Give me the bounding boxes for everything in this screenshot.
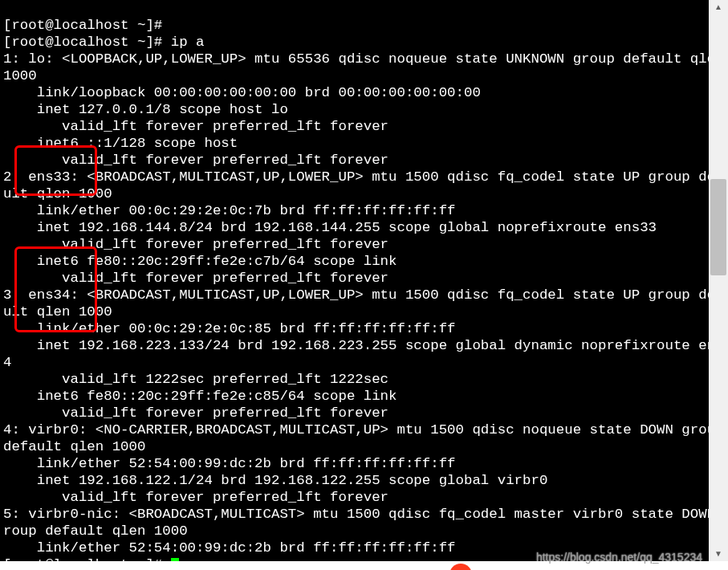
output-line: inet6 fe80::20c:29ff:fe2e:c85/64 scope l… — [3, 389, 405, 404]
output-line: inet 192.168.223.133/24 brd 192.168.223.… — [3, 338, 728, 353]
scrollbar[interactable]: ▲ ▼ — [709, 0, 728, 561]
output-line: link/loopback 00:00:00:00:00:00 brd 00:0… — [3, 85, 481, 100]
output-line: inet 192.168.122.1/24 brd 192.168.122.25… — [3, 473, 547, 488]
output-line: 3: ens34: <BROADCAST,MULTICAST,UP,LOWER_… — [3, 287, 728, 303]
output-line: 4: virbr0: <NO-CARRIER,BROADCAST,MULTICA… — [3, 422, 728, 438]
output-line: inet6 ::1/128 scope host — [3, 136, 246, 151]
output-line: link/ether 00:0c:29:2e:0c:85 brd ff:ff:f… — [3, 321, 456, 336]
terminal-window[interactable]: [root@localhost ~]# [root@localhost ~]# … — [0, 0, 709, 561]
output-line: link/ether 00:0c:29:2e:0c:7b brd ff:ff:f… — [3, 203, 456, 218]
scroll-down-button[interactable]: ▼ — [709, 547, 728, 561]
output-line: 4 — [3, 355, 11, 370]
output-line: link/ether 52:54:00:99:dc:2b brd ff:ff:f… — [3, 456, 456, 471]
output-line: valid_lft forever preferred_lft forever — [3, 490, 388, 505]
output-line: link/ether 52:54:00:99:dc:2b brd ff:ff:f… — [3, 540, 456, 556]
output-line: inet 127.0.0.1/8 scope host lo — [3, 102, 288, 117]
output-line: 1000 — [3, 68, 37, 83]
watermark-text: https://blog.csdn.net/qq_4315234 — [536, 551, 702, 564]
output-line: ult qlen 1000 — [3, 186, 112, 202]
output-line: inet 192.168.144.8/24 brd 192.168.144.25… — [3, 220, 657, 235]
scroll-thumb[interactable] — [710, 179, 726, 275]
red-blob-icon — [449, 564, 472, 570]
output-line: inet6 fe80::20c:29ff:fe2e:c7b/64 scope l… — [3, 254, 405, 269]
output-line: valid_lft forever preferred_lft forever — [3, 405, 388, 421]
output-line: 2: ens33: <BROADCAST,MULTICAST,UP,LOWER_… — [3, 169, 728, 185]
scroll-up-button[interactable]: ▲ — [709, 0, 728, 14]
chevron-up-icon: ▲ — [714, 2, 722, 11]
command-text: ip a — [171, 35, 205, 50]
output-line: roup default qlen 1000 — [3, 523, 188, 539]
output-line: 1: lo: <LOOPBACK,UP,LOWER_UP> mtu 65536 … — [3, 51, 728, 67]
shell-prompt: [root@localhost ~]# — [3, 35, 171, 50]
output-line: ult qlen 1000 — [3, 304, 112, 320]
chevron-down-icon: ▼ — [714, 549, 722, 558]
output-line: default qlen 1000 — [3, 439, 145, 454]
scroll-track[interactable] — [709, 14, 728, 547]
output-line: valid_lft forever preferred_lft forever — [3, 119, 388, 134]
output-line: valid_lft 1222sec preferred_lft 1222sec — [3, 372, 388, 387]
shell-prompt: [root@localhost ~]# — [3, 18, 162, 33]
output-line: valid_lft forever preferred_lft forever — [3, 271, 388, 286]
output-line: valid_lft forever preferred_lft forever — [3, 153, 388, 168]
output-line: valid_lft forever preferred_lft forever — [3, 237, 388, 252]
terminal-content: [root@localhost ~]# [root@localhost ~]# … — [0, 17, 709, 570]
output-line: 5: virbr0-nic: <BROADCAST,MULTICAST> mtu… — [3, 507, 728, 522]
